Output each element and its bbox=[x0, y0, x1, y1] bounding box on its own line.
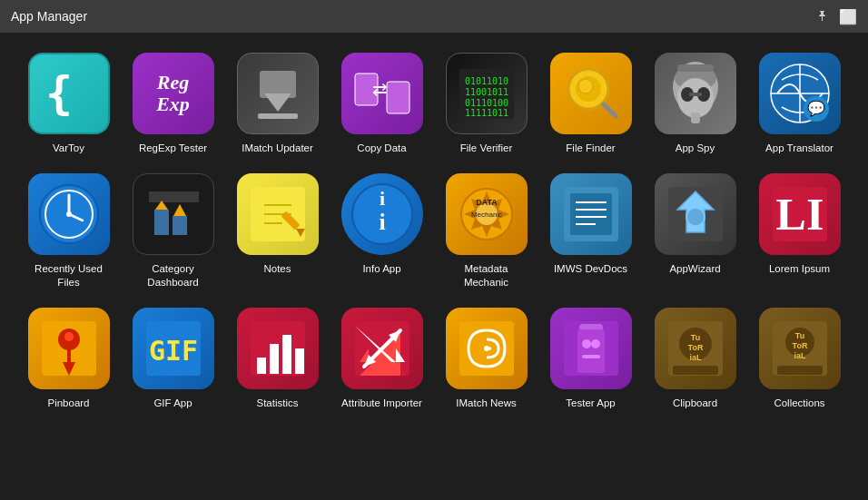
app-label-vartoy: VarToy bbox=[53, 142, 84, 155]
svg-point-88 bbox=[582, 339, 591, 348]
svg-text:01011010: 01011010 bbox=[464, 76, 508, 86]
app-label-imws-devdocs: IMWS DevDocs bbox=[554, 262, 627, 276]
app-icon-vartoy: { } bbox=[28, 53, 110, 134]
svg-marker-2 bbox=[264, 93, 291, 112]
app-item-regexp-tester[interactable]: RegExpRegExp Tester bbox=[123, 47, 223, 161]
svg-line-15 bbox=[604, 104, 616, 116]
app-item-vartoy[interactable]: { } VarToy bbox=[18, 47, 119, 161]
app-label-statistics: Statistics bbox=[256, 397, 298, 410]
app-icon-tester-app bbox=[550, 308, 632, 389]
app-item-file-finder[interactable]: File Finder bbox=[540, 47, 641, 161]
app-label-clipboard: Clipboard bbox=[673, 397, 717, 410]
app-label-file-finder: File Finder bbox=[566, 142, 615, 155]
app-item-recently-used[interactable]: Recently Used Files bbox=[18, 168, 119, 295]
app-item-copy-data[interactable]: ⇄ Copy Data bbox=[331, 47, 432, 161]
app-icon-info-app: i i bbox=[341, 173, 423, 255]
app-label-metadata-mechanic: Metadata Mechanic bbox=[443, 262, 530, 289]
app-grid: { } VarToyRegExpRegExp Tester IMatch Upd… bbox=[18, 47, 850, 416]
svg-text:⇄: ⇄ bbox=[371, 79, 387, 99]
app-icon-imws-devdocs bbox=[550, 173, 632, 255]
svg-point-62 bbox=[686, 208, 705, 226]
app-item-imatch-updater[interactable]: IMatch Updater bbox=[227, 47, 328, 161]
app-icon-pinboard bbox=[28, 308, 110, 389]
app-label-attribute-importer: Attribute Importer bbox=[341, 397, 422, 410]
app-label-info-app: Info App bbox=[362, 262, 400, 276]
svg-text:GIF: GIF bbox=[148, 335, 197, 367]
svg-rect-102 bbox=[777, 366, 823, 375]
svg-text:11111011: 11111011 bbox=[464, 108, 508, 118]
app-item-statistics[interactable]: Statistics bbox=[227, 302, 328, 416]
app-item-notes[interactable]: Notes bbox=[227, 168, 328, 295]
app-icon-gif-app: GIF bbox=[133, 308, 214, 389]
app-label-copy-data: Copy Data bbox=[357, 142, 406, 155]
app-icon-app-translator: 💬 bbox=[759, 53, 841, 134]
svg-point-84 bbox=[484, 346, 489, 351]
titlebar-controls: 🖈 ⬜ bbox=[814, 7, 857, 25]
app-icon-notes bbox=[237, 173, 319, 255]
app-item-collections[interactable]: Tu ToR iaL Collections bbox=[749, 302, 850, 416]
app-item-attribute-importer[interactable]: Attribute Importer bbox=[331, 302, 432, 416]
app-item-imws-devdocs[interactable]: IMWS DevDocs bbox=[540, 168, 641, 295]
svg-rect-21 bbox=[689, 93, 702, 96]
app-icon-app-spy bbox=[655, 53, 736, 134]
svg-rect-75 bbox=[282, 335, 291, 374]
svg-point-14 bbox=[578, 79, 593, 93]
app-label-category-dashboard: Category Dashboard bbox=[130, 262, 217, 289]
app-item-lorem-ipsum[interactable]: LI Lorem Ipsum bbox=[749, 168, 850, 295]
app-label-imatch-updater: IMatch Updater bbox=[242, 142, 313, 155]
svg-text:iaL: iaL bbox=[794, 351, 806, 360]
app-item-metadata-mechanic[interactable]: DATA Mechanic Metadata Mechanic bbox=[436, 168, 537, 295]
app-item-category-dashboard[interactable]: Category Dashboard bbox=[123, 168, 223, 295]
app-item-imatch-news[interactable]: IMatch News bbox=[436, 302, 537, 416]
app-icon-imatch-updater bbox=[237, 53, 319, 134]
app-label-file-verifier: File Verifier bbox=[460, 142, 513, 155]
app-icon-imatch-news bbox=[446, 308, 528, 389]
svg-rect-76 bbox=[295, 348, 304, 374]
pin-button[interactable]: 🖈 bbox=[814, 7, 832, 25]
app-icon-file-verifier: 01011010 11001011 01110100 11111011 bbox=[446, 53, 528, 134]
svg-rect-38 bbox=[154, 210, 169, 235]
app-item-gif-app[interactable]: GIF GIF App bbox=[123, 302, 223, 416]
app-icon-attribute-importer bbox=[341, 308, 423, 389]
content-area: { } VarToyRegExpRegExp Tester IMatch Upd… bbox=[0, 33, 868, 500]
svg-text:DATA: DATA bbox=[476, 198, 498, 207]
app-label-notes: Notes bbox=[263, 262, 291, 276]
app-icon-appwizard bbox=[655, 173, 736, 255]
app-icon-statistics bbox=[237, 308, 319, 389]
app-label-appwizard: AppWizard bbox=[669, 262, 720, 276]
app-item-info-app[interactable]: i i Info App bbox=[331, 168, 432, 295]
svg-text:i: i bbox=[379, 187, 384, 210]
app-label-collections: Collections bbox=[774, 397, 824, 410]
app-icon-copy-data: ⇄ bbox=[341, 53, 423, 134]
app-item-pinboard[interactable]: Pinboard bbox=[18, 302, 119, 416]
app-icon-file-finder bbox=[550, 53, 632, 134]
app-label-lorem-ipsum: Lorem Ipsum bbox=[769, 262, 830, 276]
app-item-file-verifier[interactable]: 01011010 11001011 01110100 11111011 File… bbox=[436, 47, 537, 161]
svg-rect-23 bbox=[691, 113, 700, 123]
app-item-appwizard[interactable]: AppWizard bbox=[645, 168, 745, 295]
svg-text:ToR: ToR bbox=[687, 343, 703, 352]
svg-text:iaL: iaL bbox=[689, 353, 702, 362]
app-icon-category-dashboard bbox=[133, 173, 214, 255]
svg-point-89 bbox=[591, 339, 600, 348]
app-item-app-spy[interactable]: App Spy bbox=[645, 47, 745, 161]
svg-text:ToR: ToR bbox=[792, 341, 807, 350]
app-icon-collections: Tu ToR iaL bbox=[759, 308, 841, 389]
svg-rect-5 bbox=[387, 82, 409, 113]
svg-text:Tu: Tu bbox=[690, 333, 699, 342]
app-label-imatch-news: IMatch News bbox=[456, 397, 516, 410]
app-item-clipboard[interactable]: Tu ToR iaL Clipboard bbox=[645, 302, 745, 416]
svg-rect-74 bbox=[270, 344, 279, 374]
app-item-tester-app[interactable]: Tester App bbox=[540, 302, 641, 416]
svg-text:Tu: Tu bbox=[794, 331, 804, 340]
app-icon-regexp-tester: RegExp bbox=[133, 53, 214, 134]
svg-rect-22 bbox=[677, 64, 714, 72]
svg-rect-96 bbox=[673, 366, 718, 375]
titlebar: App Manager 🖈 ⬜ bbox=[0, 0, 868, 33]
app-item-app-translator[interactable]: 💬 App Translator bbox=[749, 47, 850, 161]
svg-rect-40 bbox=[173, 216, 187, 235]
svg-text:💬: 💬 bbox=[807, 100, 825, 117]
svg-rect-55 bbox=[570, 193, 612, 235]
maximize-button[interactable]: ⬜ bbox=[839, 7, 857, 25]
app-icon-lorem-ipsum: LI bbox=[759, 173, 841, 255]
